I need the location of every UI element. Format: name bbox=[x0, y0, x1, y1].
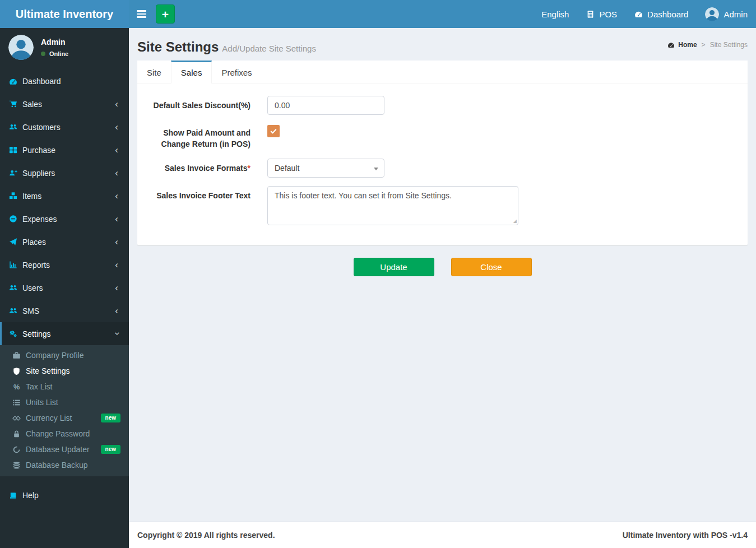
sidebar-item-expenses[interactable]: Expenses‹ bbox=[0, 207, 129, 230]
sidebar-item-label: Help bbox=[22, 491, 120, 500]
sidebar-subitem-label: Company Profile bbox=[26, 351, 84, 360]
settings-submenu: Company ProfileSite Settings%Tax ListUni… bbox=[0, 345, 129, 476]
navbar-item-dashboard[interactable]: Dashboard bbox=[625, 0, 697, 28]
page-footer: Copyright © 2019 All rights reserved. Ul… bbox=[129, 522, 756, 548]
sidebar-item-customers[interactable]: Customers‹ bbox=[0, 115, 129, 138]
form-row-discount: Default Sales Discount(%) bbox=[137, 96, 748, 115]
sidebar-item-sms[interactable]: SMS‹ bbox=[0, 299, 129, 322]
content-header: Site SettingsAdd/Update Site Settings Ho… bbox=[129, 28, 756, 56]
sidebar-item-label: Customers bbox=[22, 123, 115, 132]
sidebar-item-users[interactable]: Users‹ bbox=[0, 276, 129, 299]
breadcrumb: Home > Site Settings bbox=[666, 41, 748, 49]
form-row-paid-amount: Show Paid Amount and Change Return (in P… bbox=[137, 123, 748, 150]
breadcrumb-home-link[interactable]: Home bbox=[666, 41, 697, 49]
update-button[interactable]: Update bbox=[354, 258, 434, 276]
sidebar-item-label: SMS bbox=[22, 306, 115, 315]
navbar-item-pos[interactable]: POS bbox=[577, 0, 625, 28]
sidebar-subitem-company-profile[interactable]: Company Profile bbox=[0, 347, 129, 363]
navbar: + EnglishPOSDashboardAdmin bbox=[129, 0, 756, 28]
tab-prefixes[interactable]: Prefixes bbox=[212, 61, 261, 83]
diamonds-icon bbox=[12, 414, 21, 422]
close-button[interactable]: Close bbox=[451, 258, 532, 276]
check-icon bbox=[270, 127, 277, 135]
sidebar-subitem-label: Change Password bbox=[26, 429, 90, 438]
tab-site[interactable]: Site bbox=[137, 61, 171, 83]
top-navbar: Ultimate Inventory + EnglishPOSDashboard… bbox=[0, 0, 756, 28]
quick-add-button[interactable]: + bbox=[156, 4, 175, 24]
app-title: Ultimate Inventory bbox=[16, 8, 113, 21]
navbar-item-label: Admin bbox=[723, 10, 748, 19]
sidebar-item-label: Settings bbox=[22, 329, 115, 338]
chevron-left-icon: ‹ bbox=[115, 306, 118, 315]
briefcase-icon bbox=[12, 351, 21, 360]
sidebar-subitem-units-list[interactable]: Units List bbox=[0, 394, 129, 410]
sidebar-menu: DashboardSales‹Customers‹Purchase‹Suppli… bbox=[0, 70, 129, 507]
navbar-item-label: Dashboard bbox=[647, 10, 688, 19]
sidebar-item-purchase[interactable]: Purchase‹ bbox=[0, 138, 129, 161]
chevron-left-icon: ‹ bbox=[115, 237, 118, 247]
sidebar-item-label: Suppliers bbox=[22, 169, 115, 178]
sidebar-subitem-site-settings[interactable]: Site Settings bbox=[0, 363, 129, 379]
sidebar-item-reports[interactable]: Reports‹ bbox=[0, 253, 129, 276]
footer-text-textarea[interactable]: This is footer text. You can set it from… bbox=[267, 186, 518, 225]
sidebar-subitem-currency-list[interactable]: Currency Listnew bbox=[0, 410, 129, 426]
send-icon bbox=[8, 238, 17, 246]
svg-text:%: % bbox=[13, 383, 19, 391]
new-badge: new bbox=[101, 414, 120, 422]
sales-tab-panel: Default Sales Discount(%) Show Paid Amou… bbox=[137, 83, 748, 245]
circle-notch-icon bbox=[12, 445, 21, 454]
chevron-left-icon: ‹ bbox=[115, 99, 118, 109]
app-logo[interactable]: Ultimate Inventory bbox=[0, 0, 129, 28]
sidebar-item-sales[interactable]: Sales‹ bbox=[0, 92, 129, 115]
sidebar-item-label: Places bbox=[22, 238, 115, 247]
online-status-label: Online bbox=[49, 50, 68, 57]
user-status: Online bbox=[41, 50, 68, 57]
sidebar-item-settings[interactable]: Settings‹ bbox=[0, 322, 129, 345]
footer-text-label: Sales Invoice Footer Text bbox=[137, 186, 267, 201]
discount-input[interactable] bbox=[267, 96, 384, 115]
shield-icon bbox=[12, 367, 21, 375]
chevron-down-icon: ‹ bbox=[112, 332, 122, 336]
sidebar-subitem-label: Tax List bbox=[26, 382, 52, 391]
sidebar-item-label: Items bbox=[22, 192, 115, 201]
paid-amount-checkbox[interactable] bbox=[267, 125, 280, 137]
online-status-dot bbox=[41, 52, 45, 56]
paid-amount-label: Show Paid Amount and Change Return (in P… bbox=[137, 123, 267, 150]
sidebar-subitem-label: Currency List bbox=[26, 414, 72, 422]
navbar-item-admin[interactable]: Admin bbox=[697, 0, 756, 28]
navbar-item-english[interactable]: English bbox=[533, 0, 577, 28]
chevron-left-icon: ‹ bbox=[115, 214, 118, 224]
sidebar-item-label: Dashboard bbox=[22, 77, 120, 86]
invoice-format-selected-value: Default bbox=[275, 164, 299, 173]
users-icon bbox=[8, 306, 17, 315]
user-avatar bbox=[8, 35, 34, 60]
sidebar-subitem-database-updater[interactable]: Database Updaternew bbox=[0, 442, 129, 457]
page-subtitle: Add/Update Site Settings bbox=[222, 44, 316, 53]
sidebar-item-items[interactable]: Items‹ bbox=[0, 184, 129, 207]
sidebar-subitem-label: Database Updater bbox=[26, 445, 90, 454]
new-badge: new bbox=[101, 445, 120, 454]
sidebar-item-label: Purchase bbox=[22, 146, 115, 155]
sidebar-item-label: Sales bbox=[22, 100, 115, 109]
content-area: Site SettingsAdd/Update Site Settings Ho… bbox=[129, 28, 756, 522]
version-text: Ultimate Inventory with POS -v1.4 bbox=[623, 531, 748, 540]
discount-label: Default Sales Discount(%) bbox=[137, 96, 267, 111]
sidebar-item-label: Expenses bbox=[22, 215, 115, 224]
sidebar-item-suppliers[interactable]: Suppliers‹ bbox=[0, 161, 129, 184]
sidebar-subitem-change-password[interactable]: Change Password bbox=[0, 426, 129, 442]
sidebar-item-help[interactable]: Help bbox=[0, 484, 129, 507]
sidebar-item-dashboard[interactable]: Dashboard bbox=[0, 70, 129, 92]
chevron-left-icon: ‹ bbox=[115, 122, 118, 132]
sidebar-subitem-tax-list[interactable]: %Tax List bbox=[0, 379, 129, 394]
invoice-format-select[interactable]: Default bbox=[267, 159, 384, 178]
tab-sales[interactable]: Sales bbox=[171, 61, 212, 83]
sidebar-item-places[interactable]: Places‹ bbox=[0, 230, 129, 253]
sidebar-toggle-button[interactable] bbox=[129, 0, 154, 28]
breadcrumb-separator: > bbox=[702, 41, 706, 49]
invoice-format-label-text: Sales Invoice Formats bbox=[165, 164, 248, 173]
chevron-left-icon: ‹ bbox=[115, 145, 118, 155]
breadcrumb-current: Site Settings bbox=[710, 41, 748, 49]
breadcrumb-home-label: Home bbox=[678, 41, 697, 49]
sidebar-subitem-database-backup[interactable]: Database Backup bbox=[0, 457, 129, 473]
chevron-left-icon: ‹ bbox=[115, 191, 118, 201]
